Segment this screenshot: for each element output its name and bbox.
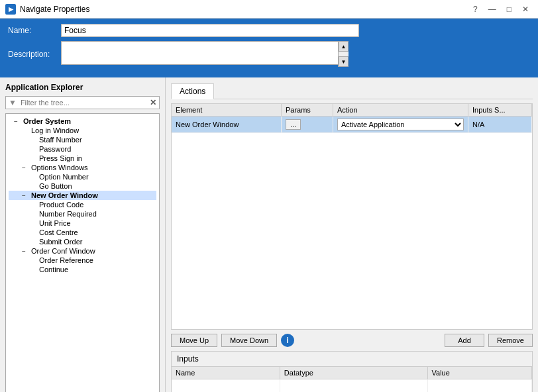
tab-bar: Actions xyxy=(171,83,533,99)
actions-table: Element Params Action Inputs S... New Or… xyxy=(172,104,532,133)
tree-item-option-number[interactable]: Option Number xyxy=(9,172,156,181)
tree-item-product-code[interactable]: Product Code xyxy=(9,200,156,209)
add-button[interactable]: Add xyxy=(445,334,484,347)
inputs-table: Name Datatype Value xyxy=(172,367,532,393)
tree-item-password[interactable]: Password xyxy=(9,144,156,154)
tree-label-order-conf-window: Order Conf Window xyxy=(31,247,95,255)
right-panel: Actions Element Params Action Inputs S..… xyxy=(166,77,538,392)
action-select[interactable]: Activate ApplicationClickType TextNaviga… xyxy=(337,119,464,130)
tree-label-number-required: Number Required xyxy=(39,210,97,218)
filter-clear-button[interactable]: ✕ xyxy=(147,97,159,109)
description-label: Description: xyxy=(8,50,61,59)
table-header-row: Element Params Action Inputs S... xyxy=(172,104,532,117)
col-element: Element xyxy=(172,104,281,117)
tree-item-go-button[interactable]: Go Button xyxy=(9,181,156,191)
tree-label-go-button: Go Button xyxy=(39,182,72,190)
title-bar-controls: ? — □ ✕ xyxy=(469,3,533,15)
tree-label-cost-centre: Cost Centre xyxy=(39,228,78,236)
left-panel: Application Explorer ▼ ✕ −Order SystemLo… xyxy=(0,77,166,392)
tree-item-continue[interactable]: Continue xyxy=(9,265,156,274)
inputs-col-value: Value xyxy=(427,367,531,379)
minimize-button[interactable]: — xyxy=(484,3,500,15)
cell-params: ... xyxy=(281,117,333,133)
tree-label-staff-number: Staff Number xyxy=(39,136,82,144)
main-content: Application Explorer ▼ ✕ −Order SystemLo… xyxy=(0,77,538,392)
filter-input[interactable] xyxy=(19,97,147,108)
close-button[interactable]: ✕ xyxy=(518,3,533,15)
filter-row: ▼ ✕ xyxy=(5,96,160,109)
description-row: Description: ▲ ▼ xyxy=(8,41,530,67)
tree-toggle-order-system[interactable]: − xyxy=(14,118,23,125)
tree-toggle-options-windows[interactable]: − xyxy=(22,164,31,172)
tree-label-options-windows: Options Windows xyxy=(31,164,88,172)
table-row[interactable]: New Order Window...Activate ApplicationC… xyxy=(172,117,532,133)
tree-item-options-windows[interactable]: −Options Windows xyxy=(9,163,156,172)
tab-actions[interactable]: Actions xyxy=(171,83,214,99)
col-params: Params xyxy=(281,104,333,117)
params-button[interactable]: ... xyxy=(286,119,301,130)
tree-container: −Order SystemLog in WindowStaff NumberPa… xyxy=(5,113,160,392)
tree-label-press-sign-in: Press Sign in xyxy=(39,154,82,162)
scrollbar: ▲ ▼ xyxy=(338,41,349,67)
tree-item-new-order-window[interactable]: −New Order Window xyxy=(9,191,156,200)
cell-inputs: N/A xyxy=(468,117,532,133)
inputs-header: Inputs xyxy=(172,352,532,367)
info-icon[interactable]: i xyxy=(281,334,294,347)
app-explorer-title: Application Explorer xyxy=(5,83,160,92)
name-row: Name: xyxy=(8,24,530,37)
maximize-button[interactable]: □ xyxy=(503,3,515,15)
app-icon: ▶ xyxy=(5,4,16,15)
inputs-empty-row xyxy=(172,379,532,392)
scroll-down[interactable]: ▼ xyxy=(339,56,349,67)
inputs-col-name: Name xyxy=(172,367,280,379)
description-input[interactable] xyxy=(61,41,349,65)
tree-label-order-reference: Order Reference xyxy=(39,256,93,264)
inputs-body xyxy=(172,379,532,392)
move-up-button[interactable]: Move Up xyxy=(171,334,217,347)
tree-item-order-system[interactable]: −Order System xyxy=(9,117,156,126)
col-inputs: Inputs S... xyxy=(468,104,532,117)
actions-table-container: Element Params Action Inputs S... New Or… xyxy=(171,103,533,330)
tree-item-press-sign-in[interactable]: Press Sign in xyxy=(9,154,156,163)
help-button[interactable]: ? xyxy=(469,3,482,15)
tree-label-option-number: Option Number xyxy=(39,173,89,181)
tree-item-unit-price[interactable]: Unit Price xyxy=(9,219,156,228)
filter-icon: ▼ xyxy=(6,97,19,109)
inputs-col-datatype: Datatype xyxy=(280,367,427,379)
tree-item-order-conf-window[interactable]: −Order Conf Window xyxy=(9,246,156,256)
tree-label-product-code: Product Code xyxy=(39,201,83,209)
name-input[interactable] xyxy=(61,24,359,37)
description-wrapper: ▲ ▼ xyxy=(61,41,349,67)
tree-item-cost-centre[interactable]: Cost Centre xyxy=(9,228,156,237)
inputs-header-row: Name Datatype Value xyxy=(172,367,532,379)
col-action: Action xyxy=(333,104,468,117)
tree-label-continue: Continue xyxy=(39,266,68,273)
cell-action: Activate ApplicationClickType TextNaviga… xyxy=(333,117,468,133)
tree-item-log-in-window[interactable]: Log in Window xyxy=(9,126,156,135)
window-title: Navigate Properties xyxy=(20,5,89,14)
title-bar-left: ▶ Navigate Properties xyxy=(5,4,89,15)
tree-label-unit-price: Unit Price xyxy=(39,219,71,227)
move-down-button[interactable]: Move Down xyxy=(221,334,277,347)
inputs-section: Inputs Name Datatype Value xyxy=(171,351,533,393)
title-bar: ▶ Navigate Properties ? — □ ✕ xyxy=(0,0,538,19)
tree-label-new-order-window: New Order Window xyxy=(31,191,98,199)
tree-toggle-order-conf-window[interactable]: − xyxy=(22,248,31,255)
tree-item-order-reference[interactable]: Order Reference xyxy=(9,256,156,265)
tree-item-submit-order[interactable]: Submit Order xyxy=(9,237,156,246)
tree-label-log-in-window: Log in Window xyxy=(31,126,79,134)
cell-element: New Order Window xyxy=(172,117,281,133)
scroll-up[interactable]: ▲ xyxy=(339,41,349,52)
tree-label-submit-order: Submit Order xyxy=(39,238,82,246)
tree-item-staff-number[interactable]: Staff Number xyxy=(9,135,156,144)
remove-button[interactable]: Remove xyxy=(488,334,533,347)
tree-item-number-required[interactable]: Number Required xyxy=(9,209,156,219)
action-buttons-row: Move Up Move Down i Add Remove xyxy=(171,334,533,347)
name-label: Name: xyxy=(8,26,61,35)
tree-label-order-system: Order System xyxy=(23,117,71,125)
tree-label-password: Password xyxy=(39,145,71,153)
tree-toggle-new-order-window[interactable]: − xyxy=(22,192,31,199)
header-form: Name: Description: ▲ ▼ xyxy=(0,19,538,77)
